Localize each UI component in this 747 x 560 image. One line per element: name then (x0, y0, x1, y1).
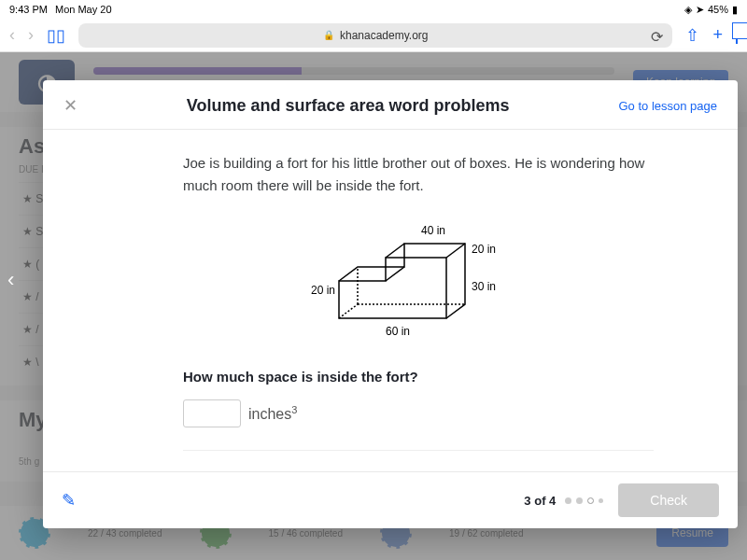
location-icon: ➤ (696, 4, 704, 16)
prev-chevron-icon[interactable]: ‹ (7, 268, 14, 292)
lesson-page-link[interactable]: Go to lesson page (618, 99, 717, 113)
battery-pct: 45% (708, 4, 728, 15)
question-text: How much space is inside the fort? (183, 369, 654, 385)
problem-text: Joe is building a fort for his little br… (183, 152, 654, 197)
battery-icon: ▮ (732, 4, 738, 16)
browser-toolbar: ‹ › ▯▯ 🔒 khanacademy.org ⟳ ⇧ + (0, 19, 747, 52)
check-button[interactable]: Check (618, 483, 719, 517)
exercise-modal: ✕ Volume and surface area word problems … (43, 80, 738, 528)
scratchpad-icon[interactable]: ✎ (62, 490, 76, 511)
unit-label: inches3 (248, 404, 297, 423)
reload-icon[interactable]: ⟳ (651, 28, 663, 46)
progress-dots (565, 497, 603, 504)
progress-counter: 3 of 4 (524, 494, 556, 508)
fort-diagram: 40 in 20 in 20 in 30 in 60 in (183, 216, 654, 346)
wifi-icon: ◈ (684, 4, 692, 16)
back-button[interactable]: ‹ (9, 25, 15, 45)
forward-button[interactable]: › (28, 25, 34, 45)
url-text: khanacademy.org (340, 29, 429, 42)
dim-label: 20 in (472, 243, 496, 256)
bookmarks-icon[interactable]: ▯▯ (47, 25, 65, 46)
dim-label: 30 in (472, 280, 496, 293)
modal-title: Volume and surface area word problems (78, 96, 618, 116)
tabs-icon[interactable] (736, 27, 738, 44)
close-icon[interactable]: ✕ (63, 95, 78, 116)
status-date: Mon May 20 (55, 4, 112, 15)
dim-label: 60 in (386, 325, 410, 338)
status-bar: 9:43 PM Mon May 20 ◈ ➤ 45% ▮ (0, 0, 747, 19)
lock-icon: 🔒 (323, 30, 334, 40)
dim-label: 20 in (311, 284, 335, 297)
status-time: 9:43 PM (9, 4, 48, 15)
new-tab-icon[interactable]: + (712, 25, 723, 45)
dim-label: 40 in (421, 224, 445, 237)
share-icon[interactable]: ⇧ (685, 25, 699, 46)
answer-input[interactable] (183, 399, 241, 427)
url-bar[interactable]: 🔒 khanacademy.org (78, 23, 672, 48)
